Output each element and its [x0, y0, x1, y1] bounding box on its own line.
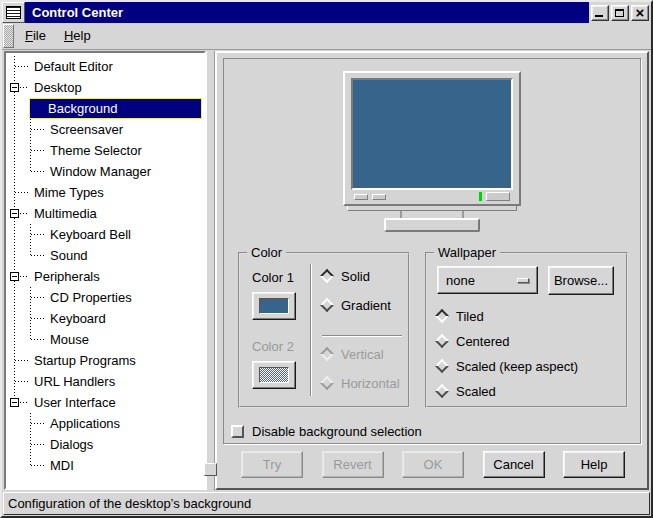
- tree-connector: [30, 245, 31, 256]
- statusbar: Configuration of the desktop’s backgroun…: [3, 492, 650, 515]
- revert-button[interactable]: Revert: [322, 451, 384, 478]
- titlebar[interactable]: Control Center: [2, 2, 651, 23]
- radio-scaled[interactable]: Scaled: [437, 383, 616, 399]
- tree-item-window-manager[interactable]: Window Manager: [6, 161, 204, 182]
- radio-vertical[interactable]: Vertical: [322, 346, 408, 362]
- tree-item-theme-selector[interactable]: Theme Selector: [6, 140, 204, 161]
- tree-item-screensaver[interactable]: Screensaver: [6, 119, 204, 140]
- radio-diamond-icon: [435, 334, 449, 348]
- radio-scaled-keep-aspect[interactable]: Scaled (keep aspect): [437, 358, 616, 374]
- try-button[interactable]: Try: [241, 451, 303, 478]
- pane-divider: [206, 51, 215, 490]
- tree-item-startup-programs[interactable]: Startup Programs: [6, 350, 204, 371]
- tree-item-multimedia[interactable]: Multimedia: [6, 203, 204, 224]
- tree-item-mouse[interactable]: Mouse: [6, 329, 204, 350]
- tree-connector: [14, 245, 15, 266]
- monitor-base: [384, 218, 480, 232]
- menu-item-help[interactable]: Help: [55, 23, 100, 45]
- tree-expander-icon[interactable]: [10, 209, 19, 218]
- tree-item-cd-properties[interactable]: CD Properties: [6, 287, 204, 308]
- tree-item-desktop[interactable]: Desktop: [6, 77, 204, 98]
- wallpaper-mode-radios: TiledCenteredScaled (keep aspect)Scaled: [437, 308, 616, 408]
- radio-centered[interactable]: Centered: [437, 333, 616, 349]
- tree-expander-icon[interactable]: [10, 83, 19, 92]
- pane-resize-handle[interactable]: [204, 463, 217, 476]
- tree-item-label: Dialogs: [48, 435, 204, 454]
- tree-item-keyboard-bell[interactable]: Keyboard Bell: [6, 224, 204, 245]
- tree-connector: [31, 444, 44, 445]
- window-menu-icon: [6, 6, 21, 19]
- tree-item-label: Theme Selector: [48, 141, 204, 160]
- tree-connector: [15, 381, 28, 382]
- color2-swatch-button[interactable]: [252, 361, 296, 389]
- radio-horizontal[interactable]: Horizontal: [322, 375, 408, 391]
- tree-connector: [14, 224, 15, 245]
- wallpaper-frame-title: Wallpaper: [434, 245, 500, 260]
- radio-gradient[interactable]: Gradient: [322, 297, 408, 313]
- wallpaper-dropdown-value: none: [446, 273, 475, 288]
- tree-item-mime-types[interactable]: Mime Types: [6, 182, 204, 203]
- wallpaper-dropdown[interactable]: none: [437, 266, 538, 294]
- tree-item-label: Applications: [48, 414, 204, 433]
- action-button-row: TryRevertOKCancelHelp: [217, 444, 647, 488]
- minimize-button[interactable]: [591, 5, 609, 21]
- tree-item-peripherals[interactable]: Peripherals: [6, 266, 204, 287]
- help-button[interactable]: Help: [563, 451, 625, 478]
- tree-item-url-handlers[interactable]: URL Handlers: [6, 371, 204, 392]
- tree-connector: [31, 318, 44, 319]
- disable-background-label: Disable background selection: [252, 424, 422, 439]
- radio-diamond-icon: [320, 298, 334, 312]
- wallpaper-frame: Wallpaper none Browse... TiledCenteredSc…: [425, 252, 628, 408]
- tree-item-dialogs[interactable]: Dialogs: [6, 434, 204, 455]
- tree-item-label: Startup Programs: [32, 351, 204, 370]
- tree-item-label: Mime Types: [32, 183, 204, 202]
- tree-expander-icon[interactable]: [10, 398, 19, 407]
- tree-item-applications[interactable]: Applications: [6, 413, 204, 434]
- radio-diamond-icon: [435, 359, 449, 373]
- color1-swatch-button[interactable]: [252, 292, 296, 320]
- radio-diamond-icon: [320, 269, 334, 283]
- tree-connector: [31, 150, 44, 151]
- tree-connector: [14, 119, 15, 140]
- tree-item-label: URL Handlers: [32, 372, 204, 391]
- monitor-button-icon: [372, 194, 386, 200]
- tree-item-label: Peripherals: [32, 267, 204, 286]
- window-menu-button[interactable]: [2, 2, 25, 23]
- background-capplet: Color Color 1 Color 2: [223, 58, 641, 444]
- radio-diamond-icon: [320, 376, 334, 390]
- monitor-stand-stub: [462, 211, 464, 218]
- browse-button[interactable]: Browse...: [548, 266, 614, 295]
- radio-label: Scaled (keep aspect): [456, 359, 578, 374]
- tree-item-label: Mouse: [48, 330, 204, 349]
- tree-item-sound[interactable]: Sound: [6, 245, 204, 266]
- menubar-items: FileHelp: [16, 23, 100, 49]
- tree-item-background[interactable]: Background: [6, 98, 204, 119]
- tree-connector: [14, 329, 15, 350]
- tree-connector: [15, 66, 28, 67]
- disable-background-checkbox[interactable]: [231, 425, 244, 438]
- menu-item-file[interactable]: File: [16, 23, 55, 45]
- tree-connector: [14, 161, 15, 182]
- tree-item-keyboard[interactable]: Keyboard: [6, 308, 204, 329]
- close-button[interactable]: [631, 5, 649, 21]
- tree-expander-icon[interactable]: [10, 272, 19, 281]
- radio-solid[interactable]: Solid: [322, 268, 408, 284]
- vertical-separator: [310, 264, 312, 396]
- tree-connector: [30, 455, 31, 466]
- ok-button[interactable]: OK: [402, 451, 464, 478]
- orientation-radio-group: VerticalHorizontal: [322, 346, 408, 404]
- radio-diamond-icon: [435, 384, 449, 398]
- tree-connector: [30, 329, 31, 340]
- menubar-grip[interactable]: [3, 24, 14, 48]
- radio-tiled[interactable]: Tiled: [437, 308, 616, 324]
- tree-connector: [14, 287, 15, 308]
- tree-item-mdi[interactable]: MDI: [6, 455, 204, 476]
- tree-item-user-interface[interactable]: User Interface: [6, 392, 204, 413]
- tree-item-label: Default Editor: [32, 57, 204, 76]
- cancel-button[interactable]: Cancel: [483, 451, 545, 478]
- monitor-power-led-icon: [479, 192, 482, 201]
- radio-label: Tiled: [456, 309, 484, 324]
- tree-item-default-editor[interactable]: Default Editor: [6, 56, 204, 77]
- monitor-controls: [351, 190, 513, 204]
- maximize-button[interactable]: [611, 5, 629, 21]
